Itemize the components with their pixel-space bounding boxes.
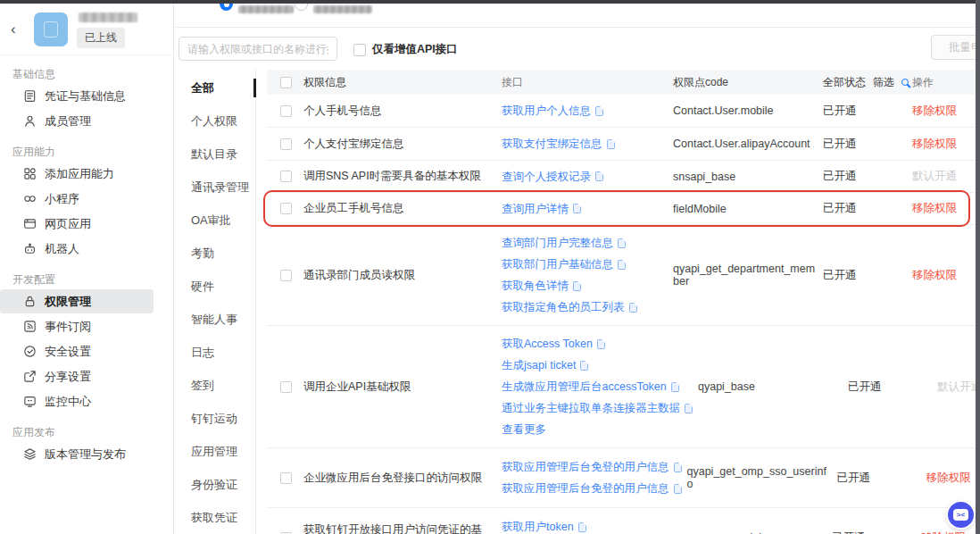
remove-permission-link[interactable]: 移除权限 — [912, 202, 957, 214]
api-link[interactable]: 获取用户个人信息 — [502, 100, 668, 121]
doc-icon[interactable] — [685, 404, 693, 413]
radio-selected[interactable] — [220, 4, 233, 11]
category-default-dir[interactable]: 默认目录 — [175, 138, 255, 171]
permission-name: 调用企业API基础权限 — [303, 380, 502, 395]
main-panel: 仅看增值API接口 批量申请 全部 个人权限 默认目录 通讯录管理 OA审批 考… — [175, 4, 976, 534]
doc-icon[interactable] — [573, 204, 581, 213]
sidebar-item-versions[interactable]: 版本管理与发布 — [0, 442, 173, 466]
category-all[interactable]: 全部 — [175, 71, 255, 104]
status-badge: 已上线 — [77, 28, 125, 48]
doc-icon[interactable] — [595, 171, 603, 181]
remove-permission-link[interactable]: 移除权限 — [912, 269, 957, 281]
remove-permission-link[interactable]: 移除权限 — [912, 104, 957, 117]
category-app-mgmt[interactable]: 应用管理 — [175, 435, 255, 468]
api-link[interactable]: 获取应用管理后台免登的用户信息 — [502, 456, 682, 478]
sidebar-item-permissions[interactable]: 权限管理 — [0, 289, 154, 313]
doc-icon[interactable] — [578, 522, 586, 532]
sidebar-item-label: 小程序 — [45, 191, 79, 207]
category-credentials[interactable]: 获取凭证 — [175, 501, 255, 534]
table-row: 调用SNS API时需要具备的基本权限 查询个人授权记录 snsapi_base… — [267, 161, 976, 193]
category-sport[interactable]: 钉钉运动 — [175, 402, 255, 435]
row-checkbox[interactable] — [280, 472, 292, 484]
sidebar-section-release: 应用发布 — [12, 425, 173, 440]
assistant-robot-button[interactable]: >< — [948, 502, 974, 528]
category-identity[interactable]: 身份验证 — [175, 468, 255, 501]
doc-icon[interactable] — [674, 463, 682, 472]
category-personal[interactable]: 个人权限 — [175, 104, 255, 138]
sidebar-item-security[interactable]: 安全设置 — [0, 339, 173, 363]
sidebar-item-add-capability[interactable]: 添加应用能力 — [0, 162, 173, 186]
sidebar-item-share[interactable]: 分享设置 — [0, 364, 173, 388]
remove-permission-link[interactable]: 移除权限 — [921, 531, 966, 534]
header-status[interactable]: 全部状态 — [823, 75, 866, 90]
header-filter[interactable]: 筛选 — [873, 75, 894, 90]
category-hardware[interactable]: 硬件 — [175, 270, 255, 303]
api-link[interactable]: 获取用户token — [502, 516, 677, 534]
api-link[interactable]: 获取部门用户基础信息 — [502, 254, 668, 275]
robot-face-icon: >< — [953, 509, 968, 521]
search-input[interactable] — [179, 37, 337, 61]
doc-icon[interactable] — [629, 303, 637, 313]
permission-code: Contact.User.mobile — [673, 104, 823, 117]
category-smart-hr[interactable]: 智能人事 — [175, 303, 255, 336]
checkbox-icon[interactable] — [353, 44, 366, 56]
doc-icon[interactable] — [580, 361, 588, 371]
table-row-highlighted: 企业员工手机号信息 查询用户详情 fieldMobile 已开通 移除权限 — [267, 193, 976, 225]
doc-icon[interactable] — [674, 484, 682, 494]
batch-apply-button[interactable]: 批量申请 — [931, 35, 976, 60]
api-link[interactable]: 通过业务主键拉取单条连接器主数据 — [502, 397, 693, 419]
sidebar-item-webapp[interactable]: 网页应用 — [0, 212, 173, 236]
sidebar-item-monitor[interactable]: 监控中心 — [0, 389, 173, 413]
doc-icon[interactable] — [618, 238, 626, 248]
view-more-link[interactable]: 查看更多 — [502, 419, 693, 440]
sidebar-item-label: 机器人 — [45, 241, 79, 257]
sidebar-item-label: 成员管理 — [45, 113, 91, 129]
row-checkbox[interactable] — [280, 138, 292, 150]
doc-icon[interactable] — [573, 281, 581, 291]
row-checkbox[interactable] — [280, 270, 292, 281]
api-link[interactable]: 生成jsapi ticket — [502, 355, 693, 376]
sidebar-item-miniprogram[interactable]: 小程序 — [0, 187, 173, 211]
category-contacts[interactable]: 通讯录管理 — [175, 171, 255, 204]
sidebar-item-robot[interactable]: 机器人 — [0, 237, 173, 261]
api-link[interactable]: 获取Access Token — [502, 333, 693, 355]
app-sidebar: ‹ 已上线 基础信息 凭证与基础信息 成员管理 应用能力 添加应用能力 小程序 … — [0, 4, 174, 534]
category-checkin[interactable]: 签到 — [175, 369, 255, 402]
row-checkbox[interactable] — [280, 105, 292, 117]
status-text: 已开通 — [832, 530, 921, 534]
value-api-filter[interactable]: 仅看增值API接口 — [353, 42, 458, 57]
row-checkbox[interactable] — [280, 171, 292, 182]
doc-icon[interactable] — [597, 339, 605, 349]
category-oa[interactable]: OA审批 — [175, 204, 255, 237]
radio-unselected[interactable] — [295, 4, 308, 11]
api-link[interactable]: 获取角色详情 — [502, 275, 668, 296]
remove-permission-link[interactable]: 移除权限 — [926, 471, 971, 484]
select-all-checkbox[interactable] — [280, 77, 292, 88]
api-link[interactable]: 获取指定角色的员工列表 — [502, 296, 668, 318]
back-chevron-icon[interactable]: ‹ — [11, 21, 16, 37]
category-attendance[interactable]: 考勤 — [175, 237, 255, 270]
status-text: 已开通 — [823, 268, 912, 283]
api-link[interactable]: 查询个人授权记录 — [502, 166, 668, 188]
api-link[interactable]: 查询部门用户完整信息 — [502, 232, 668, 254]
sidebar-item-credentials[interactable]: 凭证与基础信息 — [0, 84, 173, 108]
doc-icon[interactable] — [595, 106, 603, 116]
scrollbar-track[interactable] — [976, 0, 980, 534]
remove-permission-link[interactable]: 移除权限 — [912, 138, 957, 150]
row-checkbox[interactable] — [280, 381, 292, 393]
api-link[interactable]: 获取应用管理后台免登的用户信息 — [502, 478, 682, 499]
sidebar-item-members[interactable]: 成员管理 — [0, 109, 173, 133]
sidebar-item-events[interactable]: 事件订阅 — [0, 314, 173, 338]
content-area: 全部 个人权限 默认目录 通讯录管理 OA审批 考勤 硬件 智能人事 日志 签到… — [175, 70, 976, 534]
doc-icon[interactable] — [607, 139, 615, 149]
row-checkbox[interactable] — [280, 203, 292, 214]
search-filter-icon[interactable] — [901, 79, 909, 86]
doc-icon[interactable] — [618, 260, 626, 270]
api-link[interactable]: 生成微应用管理后台accessToken — [502, 376, 693, 397]
sidebar-item-label: 网页应用 — [45, 216, 91, 232]
app-name-redacted — [79, 13, 137, 22]
category-logs[interactable]: 日志 — [175, 336, 255, 369]
doc-icon[interactable] — [671, 382, 679, 392]
api-link[interactable]: 查询用户详情 — [502, 198, 668, 220]
api-link[interactable]: 获取支付宝绑定信息 — [502, 133, 668, 154]
